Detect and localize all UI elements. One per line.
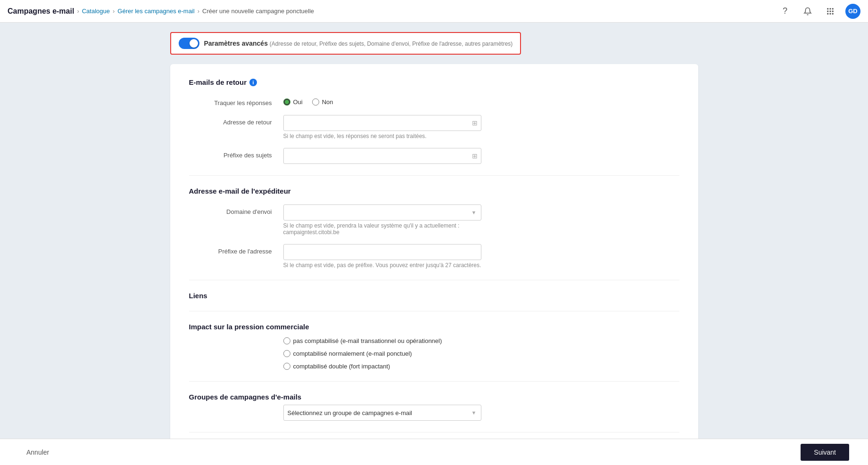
subject-prefix-input-wrapper: ⊞ <box>283 148 481 164</box>
svg-rect-5 <box>832 10 834 12</box>
track-non-option[interactable]: Non <box>312 98 333 106</box>
return-address-input-wrapper: ⊞ <box>283 115 481 131</box>
divider-3 <box>189 311 679 311</box>
subject-prefix-input[interactable] <box>283 148 481 164</box>
pressure-radio-3[interactable] <box>283 363 290 370</box>
svg-rect-6 <box>827 13 828 14</box>
pressure-option-2[interactable]: comptabilisé normalement (e-mail ponctue… <box>283 350 481 357</box>
pressure-label-2: comptabilisé normalement (e-mail ponctue… <box>293 350 412 357</box>
settings-card: E-mails de retour i Traquer les réponses… <box>170 64 698 465</box>
toggle-label-text: Paramètres avancés (Adresse de retour, P… <box>204 40 513 47</box>
section-links-title: Liens <box>189 292 679 300</box>
advanced-settings-toggle[interactable] <box>179 38 199 49</box>
svg-rect-7 <box>830 13 831 14</box>
top-bar-actions: ? GD <box>777 4 860 19</box>
breadcrumb-sep-3: › <box>198 8 199 15</box>
grid-button[interactable] <box>823 4 838 19</box>
svg-rect-1 <box>830 8 831 9</box>
domain-select-wrapper: ▼ <box>283 204 481 220</box>
advanced-settings-toggle-section: Paramètres avancés (Adresse de retour, P… <box>170 32 521 55</box>
track-responses-label: Traquer les réponses <box>189 96 283 106</box>
pressure-label-empty <box>189 334 283 338</box>
address-prefix-row: Préfixe de l'adresse Si le champ est vid… <box>189 244 679 269</box>
pressure-radio-1[interactable] <box>283 337 290 344</box>
track-oui-radio[interactable] <box>283 98 290 106</box>
return-address-label: Adresse de retour <box>189 115 283 126</box>
top-bar: Campagnes e-mail › Catalogue › Gérer les… <box>0 0 868 23</box>
pressure-radio-group: pas comptabilisé (e-mail transationnel o… <box>283 334 481 370</box>
address-prefix-hint: Si le champ est vide, pas de préfixe. Vo… <box>283 262 481 269</box>
help-button[interactable]: ? <box>777 4 793 19</box>
section-pressure-title: Impact sur la pression commerciale <box>189 323 679 331</box>
track-oui-option[interactable]: Oui <box>283 98 303 106</box>
return-address-field: ⊞ Si le champ est vide, les réponses ne … <box>283 115 481 139</box>
main-content: Paramètres avancés (Adresse de retour, P… <box>151 23 717 465</box>
return-address-hint: Si le champ est vide, les réponses ne se… <box>283 133 481 139</box>
section-sender-title: Adresse e-mail de l'expéditeur <box>189 187 679 195</box>
breadcrumb-sep-1: › <box>77 8 79 15</box>
svg-rect-2 <box>832 8 834 9</box>
breadcrumb-catalogue[interactable]: Catalogue <box>82 8 110 15</box>
address-prefix-input[interactable] <box>283 244 481 260</box>
breadcrumb-manage[interactable]: Gérer les campagnes e-mail <box>117 8 194 15</box>
address-prefix-field: Si le champ est vide, pas de préfixe. Vo… <box>283 244 481 269</box>
pressure-label-1: pas comptabilisé (e-mail transationnel o… <box>293 337 442 344</box>
groups-row: Sélectionnez un groupe de campagnes e-ma… <box>189 405 679 421</box>
domain-field: ▼ Si le champ est vide, prendra la valeu… <box>283 204 481 236</box>
svg-rect-4 <box>830 10 831 12</box>
page-title: Campagnes e-mail <box>8 7 74 16</box>
cancel-button[interactable]: Annuler <box>19 445 57 460</box>
track-responses-row: Traquer les réponses Oui Non <box>189 96 679 106</box>
breadcrumb-sep-2: › <box>113 8 115 15</box>
subject-prefix-label: Préfixe des sujets <box>189 148 283 159</box>
svg-rect-0 <box>827 8 828 9</box>
svg-rect-8 <box>832 13 834 14</box>
subject-prefix-field: ⊞ <box>283 148 481 164</box>
domain-row: Domaine d'envoi ▼ Si le champ est vide, … <box>189 204 679 236</box>
address-prefix-label: Préfixe de l'adresse <box>189 244 283 255</box>
pressure-options-row: pas comptabilisé (e-mail transationnel o… <box>189 334 679 370</box>
pressure-option-3[interactable]: comptabilisé double (fort impactant) <box>283 363 481 370</box>
return-address-input[interactable] <box>283 115 481 131</box>
groups-label-empty <box>189 405 283 408</box>
pressure-label-3: comptabilisé double (fort impactant) <box>293 363 390 370</box>
track-oui-label: Oui <box>293 98 303 106</box>
avatar[interactable]: GD <box>845 4 860 19</box>
svg-rect-3 <box>827 10 828 12</box>
pressure-option-1[interactable]: pas comptabilisé (e-mail transationnel o… <box>283 337 481 344</box>
section-return-emails-title: E-mails de retour i <box>189 78 679 86</box>
domain-label: Domaine d'envoi <box>189 204 283 215</box>
track-non-radio[interactable] <box>312 98 319 106</box>
section-groups-title: Groupes de campagnes d'e-mails <box>189 393 679 401</box>
track-responses-radio-group: Oui Non <box>283 96 481 106</box>
divider-1 <box>189 175 679 176</box>
track-responses-field: Oui Non <box>283 96 481 106</box>
domain-select[interactable] <box>283 204 481 220</box>
divider-5 <box>189 432 679 432</box>
next-button[interactable]: Suivant <box>801 444 849 461</box>
return-emails-info-icon[interactable]: i <box>249 79 257 86</box>
divider-4 <box>189 381 679 382</box>
pressure-field: pas comptabilisé (e-mail transationnel o… <box>283 334 481 370</box>
breadcrumb-current: Créer une nouvelle campagne ponctuelle <box>202 8 314 15</box>
domain-hint: Si le champ est vide, prendra la valeur … <box>283 222 481 236</box>
pressure-radio-2[interactable] <box>283 350 290 357</box>
divider-2 <box>189 280 679 280</box>
notification-button[interactable] <box>800 4 815 19</box>
return-address-row: Adresse de retour ⊞ Si le champ est vide… <box>189 115 679 139</box>
bottom-bar: Annuler Suivant <box>0 439 868 465</box>
groups-select-wrapper: Sélectionnez un groupe de campagnes e-ma… <box>283 405 481 421</box>
subject-prefix-row: Préfixe des sujets ⊞ <box>189 148 679 164</box>
breadcrumb-area: Campagnes e-mail › Catalogue › Gérer les… <box>8 7 777 16</box>
track-non-label: Non <box>322 98 333 106</box>
groups-select[interactable]: Sélectionnez un groupe de campagnes e-ma… <box>283 405 481 421</box>
groups-field: Sélectionnez un groupe de campagnes e-ma… <box>283 405 481 421</box>
